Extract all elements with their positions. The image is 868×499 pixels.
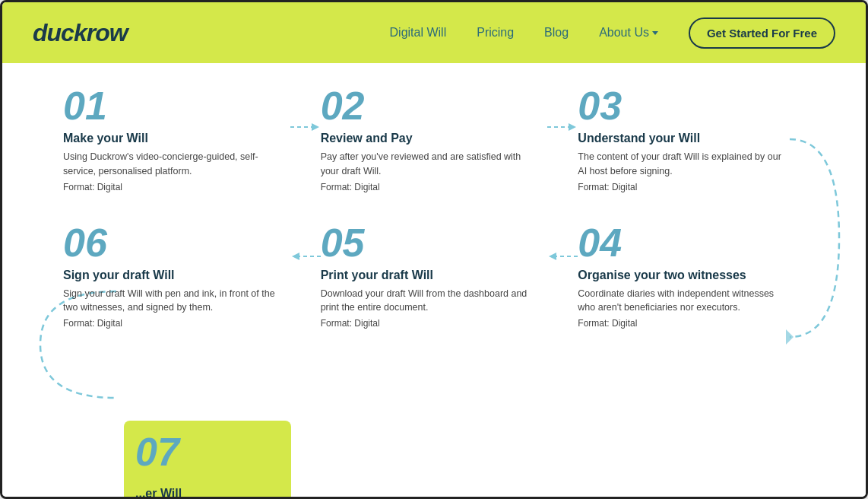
chevron-down-icon	[652, 31, 658, 35]
steps-row-2: 06 Sign your draft Will Sign your draft …	[63, 215, 805, 337]
arrow-2-3	[547, 120, 578, 134]
step-02-format: Format: Digital	[321, 182, 533, 192]
step-06-number: 06	[63, 223, 275, 262]
step-07-title-partial: ...er Will	[135, 487, 182, 497]
step-03: 03 Understand your Will The content of y…	[578, 78, 805, 200]
step-06-title: Sign your draft Will	[63, 269, 275, 282]
step-04-desc: Coordinate diaries with independent witn…	[578, 287, 790, 316]
step-06: 06 Sign your draft Will Sign your draft …	[63, 215, 290, 337]
nav-links: Digital Will Pricing Blog About Us	[390, 26, 658, 40]
step-02-number: 02	[321, 86, 533, 126]
step-05-number: 05	[321, 223, 533, 262]
step-03-number: 03	[578, 86, 790, 126]
step-05: 05 Print your draft Will Download your d…	[321, 215, 548, 337]
arrow-5-6	[290, 249, 321, 263]
step-01: 01 Make your Will Using Duckrow's video-…	[63, 78, 290, 200]
step-04-format: Format: Digital	[578, 318, 790, 329]
svg-marker-2	[312, 123, 319, 131]
nav-about-us[interactable]: About Us	[599, 26, 658, 40]
step-01-format: Format: Digital	[63, 182, 275, 192]
main-content: 01 Make your Will Using Duckrow's video-…	[2, 63, 866, 497]
step-04: 04 Organise your two witnesses Coordinat…	[578, 215, 805, 337]
svg-marker-6	[292, 253, 299, 260]
step-05-desc: Download your draft Will from the dashbo…	[321, 287, 533, 316]
step-03-title: Understand your Will	[578, 132, 790, 145]
step-01-desc: Using Duckrow's video-concierge-guided, …	[63, 150, 275, 179]
step-02-desc: Pay after you've reviewed and are satisf…	[321, 150, 533, 179]
step-05-format: Format: Digital	[321, 318, 533, 329]
nav-pricing[interactable]: Pricing	[477, 26, 514, 40]
step-06-desc: Sign your draft Will with pen and ink, i…	[63, 287, 275, 316]
nav-blog[interactable]: Blog	[544, 26, 569, 40]
step-03-desc: The content of your draft Will is explai…	[578, 150, 790, 179]
step-04-number: 04	[578, 223, 790, 262]
svg-marker-8	[549, 253, 556, 260]
step-01-title: Make your Will	[63, 132, 275, 145]
svg-marker-4	[569, 123, 576, 131]
browser-frame: duckrow Digital Will Pricing Blog About …	[0, 0, 868, 499]
step-07-number: 07	[135, 432, 179, 472]
step-02: 02 Review and Pay Pay after you've revie…	[321, 78, 548, 200]
step-07-card: 07 ...er Will	[124, 421, 291, 497]
step-03-format: Format: Digital	[578, 182, 790, 192]
navbar: duckrow Digital Will Pricing Blog About …	[2, 2, 866, 63]
steps-container: 01 Make your Will Using Duckrow's video-…	[63, 78, 805, 336]
step-05-title: Print your draft Will	[321, 269, 533, 282]
steps-row-1: 01 Make your Will Using Duckrow's video-…	[63, 78, 805, 200]
step-06-format: Format: Digital	[63, 318, 275, 329]
arrow-4-5	[547, 249, 578, 263]
nav-digital-will[interactable]: Digital Will	[390, 26, 447, 40]
logo: duckrow	[33, 19, 128, 47]
step-01-number: 01	[63, 86, 275, 126]
step-02-title: Review and Pay	[321, 132, 533, 145]
arrow-1-2	[290, 120, 321, 134]
cta-button[interactable]: Get Started For Free	[689, 17, 835, 49]
step-04-title: Organise your two witnesses	[578, 269, 790, 282]
